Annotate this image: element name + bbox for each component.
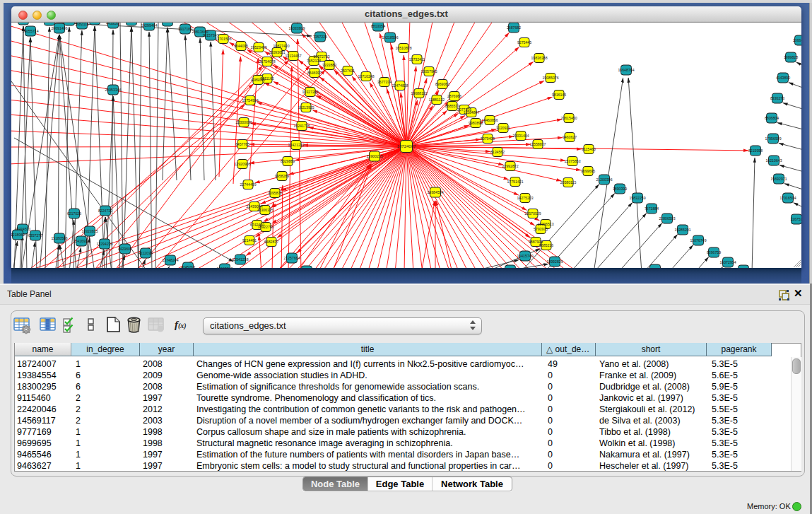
svg-text:22474828: 22474828 <box>392 83 408 88</box>
svg-text:6482877: 6482877 <box>264 240 278 244</box>
svg-text:8079409: 8079409 <box>481 136 495 141</box>
svg-text:14055714: 14055714 <box>22 29 38 33</box>
svg-text:19285201: 19285201 <box>674 228 690 232</box>
svg-text:22306335: 22306335 <box>257 208 273 212</box>
svg-text:22806503: 22806503 <box>659 216 675 221</box>
svg-text:11584847: 11584847 <box>464 110 480 115</box>
svg-text:1890399: 1890399 <box>613 187 627 191</box>
svg-text:15180586: 15180586 <box>51 236 67 240</box>
svg-text:20615450: 20615450 <box>560 116 577 120</box>
svg-text:9115460: 9115460 <box>582 147 596 151</box>
svg-text:19836388: 19836388 <box>531 56 547 60</box>
svg-text:8134562: 8134562 <box>490 150 505 154</box>
svg-text:18992829: 18992829 <box>546 259 563 264</box>
svg-text:1218062: 1218062 <box>11 233 25 237</box>
svg-text:19523409: 19523409 <box>250 45 266 49</box>
svg-text:2537611: 2537611 <box>341 69 355 73</box>
svg-text:6357277: 6357277 <box>28 233 42 238</box>
svg-text:11881122: 11881122 <box>429 98 445 102</box>
svg-text:9275445: 9275445 <box>517 40 531 45</box>
svg-text:7357224: 7357224 <box>313 35 327 39</box>
svg-text:12416912: 12416912 <box>73 239 89 243</box>
svg-text:16072954: 16072954 <box>719 260 736 264</box>
svg-text:13241736: 13241736 <box>293 124 310 128</box>
svg-text:19299464: 19299464 <box>141 23 157 28</box>
svg-text:4389045: 4389045 <box>251 78 265 82</box>
svg-text:6217026: 6217026 <box>67 211 81 216</box>
svg-text:1999828: 1999828 <box>784 55 798 59</box>
svg-text:22570529: 22570529 <box>524 211 541 216</box>
svg-text:6457765: 6457765 <box>235 142 249 146</box>
svg-text:10057945: 10057945 <box>420 69 437 74</box>
svg-text:21200396: 21200396 <box>596 177 612 182</box>
svg-text:4112034: 4112034 <box>139 251 153 255</box>
svg-text:12920906: 12920906 <box>234 162 250 166</box>
svg-text:9958289: 9958289 <box>275 174 289 178</box>
svg-text:19384554: 19384554 <box>427 190 443 194</box>
svg-text:3917183: 3917183 <box>178 27 192 31</box>
svg-text:19085076: 19085076 <box>542 76 558 80</box>
svg-text:5793975: 5793975 <box>534 227 548 231</box>
svg-text:14275203: 14275203 <box>517 196 533 200</box>
svg-text:19688132: 19688132 <box>411 91 427 95</box>
svg-text:22330030: 22330030 <box>235 120 252 124</box>
svg-text:5685216: 5685216 <box>539 243 553 247</box>
svg-text:20053346: 20053346 <box>105 88 121 92</box>
svg-text:18922760: 18922760 <box>257 225 273 229</box>
svg-text:15900215: 15900215 <box>366 154 382 158</box>
svg-text:3220921: 3220921 <box>496 126 510 130</box>
svg-text:15375853: 15375853 <box>564 159 580 163</box>
svg-text:22992872: 22992872 <box>502 164 518 168</box>
svg-text:19832259: 19832259 <box>629 196 645 200</box>
svg-text:17956909: 17956909 <box>765 136 781 141</box>
svg-text:16415740: 16415740 <box>517 254 533 258</box>
svg-text:8396759: 8396759 <box>707 250 721 255</box>
svg-text:10327246: 10327246 <box>302 90 318 94</box>
svg-text:17751421: 17751421 <box>507 180 523 184</box>
svg-text:7452134: 7452134 <box>307 59 321 63</box>
svg-text:22744459: 22744459 <box>240 182 256 187</box>
svg-text:16396513: 16396513 <box>537 222 553 226</box>
svg-text:2687682: 2687682 <box>507 25 521 30</box>
svg-text:13134457: 13134457 <box>285 54 301 58</box>
svg-text:2876966: 2876966 <box>447 94 461 98</box>
svg-text:10710248: 10710248 <box>358 74 374 78</box>
svg-text:8336273: 8336273 <box>770 96 784 100</box>
svg-text:20580115: 20580115 <box>560 180 577 185</box>
svg-text:9214491: 9214491 <box>242 238 257 243</box>
svg-text:8029889: 8029889 <box>281 159 295 163</box>
svg-text:8646997: 8646997 <box>307 71 322 75</box>
svg-text:13748244: 13748244 <box>162 258 178 262</box>
svg-text:11558837: 11558837 <box>530 142 546 146</box>
svg-text:12541238: 12541238 <box>232 257 248 262</box>
svg-text:16648784: 16648784 <box>618 68 634 72</box>
svg-text:20031404: 20031404 <box>512 134 529 138</box>
svg-text:9983893: 9983893 <box>469 121 483 125</box>
svg-text:22093651: 22093651 <box>269 50 285 54</box>
svg-text:10323815: 10323815 <box>81 229 98 233</box>
svg-text:8813054: 8813054 <box>371 24 385 28</box>
svg-text:4429607: 4429607 <box>118 247 132 251</box>
svg-text:19218506: 19218506 <box>382 35 398 40</box>
svg-text:21754078: 21754078 <box>259 59 275 64</box>
svg-text:8224730: 8224730 <box>98 209 112 213</box>
svg-text:13754919: 13754919 <box>242 98 258 103</box>
svg-text:8369062: 8369062 <box>435 82 449 86</box>
svg-text:9463627: 9463627 <box>563 135 577 139</box>
svg-text:3333883: 3333883 <box>322 63 336 67</box>
svg-text:13701506: 13701506 <box>215 37 231 41</box>
svg-text:7671884: 7671884 <box>645 206 659 211</box>
svg-text:12294238: 12294238 <box>96 242 112 246</box>
svg-text:14460856: 14460856 <box>481 118 498 122</box>
svg-text:13421212: 13421212 <box>288 143 304 147</box>
svg-text:8215958: 8215958 <box>748 148 763 153</box>
svg-text:3395870: 3395870 <box>268 191 282 195</box>
svg-text:15692971: 15692971 <box>770 177 787 181</box>
svg-text:10837430: 10837430 <box>273 44 289 48</box>
svg-text:8806804: 8806804 <box>765 116 779 120</box>
svg-text:18724007: 18724007 <box>397 144 416 148</box>
svg-text:13732411: 13732411 <box>409 57 425 62</box>
svg-text:20691406: 20691406 <box>51 26 67 30</box>
svg-text:15076749: 15076749 <box>690 238 706 243</box>
svg-text:116753: 116753 <box>791 217 801 221</box>
